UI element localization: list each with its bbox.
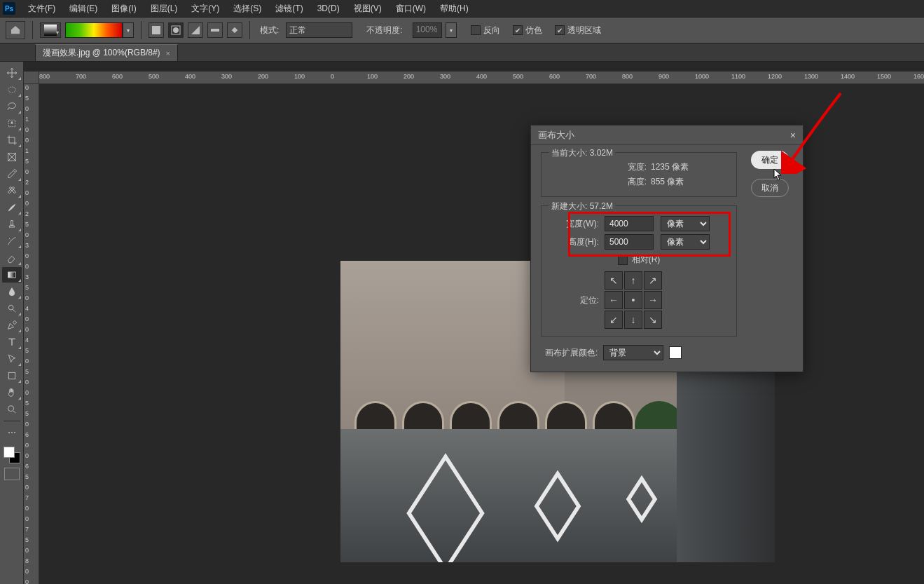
dialog-close-icon[interactable]: × <box>790 130 796 141</box>
width-unit-select[interactable]: 像素 <box>661 216 710 231</box>
options-bar: ▾ ▾ 模式: 正常 不透明度: 100% ▾ 反向 仿色 透明区域 <box>0 17 924 43</box>
height-input[interactable] <box>605 234 654 250</box>
mode-label: 模式: <box>260 25 279 36</box>
opacity-label: 不透明度: <box>366 25 402 36</box>
healing-tool[interactable] <box>2 183 22 198</box>
edit-toolbar-icon[interactable]: ⋯ <box>2 425 22 440</box>
svg-point-13 <box>8 406 13 412</box>
cur-width-value: 1235 像素 <box>651 161 728 173</box>
anchor-ne[interactable]: ↗ <box>644 271 662 290</box>
cancel-button[interactable]: 取消 <box>751 179 789 197</box>
quick-select-tool[interactable] <box>2 116 22 131</box>
dither-checkbox[interactable]: 仿色 <box>513 25 542 36</box>
current-size-label: 当前大小: <box>551 148 587 158</box>
marquee-tool[interactable] <box>2 82 22 97</box>
hand-tool[interactable] <box>2 385 22 400</box>
menu-edit[interactable]: 编辑(E) <box>62 1 104 17</box>
opacity-dropdown[interactable]: ▾ <box>446 22 457 38</box>
tools-panel: ⋯ <box>0 62 24 584</box>
anchor-n[interactable]: ↑ <box>624 271 642 290</box>
svg-rect-12 <box>8 372 15 379</box>
lasso-tool[interactable] <box>2 99 22 114</box>
height-field-label: 高度(H): <box>550 236 599 248</box>
svg-rect-3 <box>211 29 219 32</box>
document-tab[interactable]: 漫画效果.jpg @ 100%(RGB/8#) × <box>35 44 178 61</box>
width-input[interactable] <box>605 216 654 231</box>
anchor-sw[interactable]: ↙ <box>605 311 623 329</box>
menu-file[interactable]: 文件(F) <box>21 1 62 17</box>
anchor-se[interactable]: ↘ <box>644 311 662 329</box>
crop-tool[interactable] <box>2 133 22 148</box>
menu-window[interactable]: 窗口(W) <box>389 1 433 17</box>
quick-mask-button[interactable] <box>4 468 20 480</box>
blur-tool[interactable] <box>2 284 22 299</box>
menu-filter[interactable]: 滤镜(T) <box>268 1 310 17</box>
anchor-c[interactable]: • <box>624 291 642 309</box>
extension-color-select[interactable]: 背景 <box>603 345 663 360</box>
stamp-tool[interactable] <box>2 217 22 232</box>
type-tool[interactable] <box>2 334 22 350</box>
menu-view[interactable]: 视图(V) <box>347 1 389 17</box>
gradient-diamond-icon[interactable] <box>227 22 242 38</box>
canvas-size-dialog: 画布大小 × 确定 取消 当前大小: 3.02M 宽度:1235 像素 高度:8… <box>530 125 804 372</box>
svg-point-2 <box>173 27 179 33</box>
ok-button[interactable]: 确定 <box>751 151 789 169</box>
gradient-tool[interactable] <box>2 267 22 283</box>
gradient-presets-button[interactable]: ▾ <box>40 22 61 38</box>
move-tool[interactable] <box>2 65 22 81</box>
opacity-field[interactable]: 100% <box>413 22 442 38</box>
menu-3d[interactable]: 3D(D) <box>310 1 347 15</box>
reverse-label: 反向 <box>483 25 500 36</box>
cur-height-value: 855 像素 <box>651 176 728 188</box>
menu-layer[interactable]: 图层(L) <box>144 1 185 17</box>
relative-checkbox[interactable] <box>618 255 628 265</box>
gradient-radial-icon[interactable] <box>168 22 184 38</box>
gradient-angle-icon[interactable] <box>188 22 203 38</box>
gradient-dropdown-button[interactable]: ▾ <box>123 22 134 38</box>
gradient-preview[interactable] <box>65 22 123 38</box>
ruler-corner <box>24 72 39 84</box>
shape-tool[interactable] <box>2 368 22 383</box>
foreground-background-colors[interactable] <box>2 445 22 465</box>
horizontal-ruler: 8007006005004003002001000100200300400500… <box>39 72 924 84</box>
current-size-value: 3.02M <box>590 148 613 158</box>
new-size-value: 57.2M <box>590 201 613 211</box>
transparency-checkbox[interactable]: 透明区域 <box>555 25 601 36</box>
svg-rect-0 <box>152 26 160 34</box>
height-unit-select[interactable]: 像素 <box>661 234 710 250</box>
home-button[interactable] <box>6 21 25 39</box>
eyedropper-tool[interactable] <box>2 166 22 182</box>
dialog-titlebar[interactable]: 画布大小 × <box>531 125 803 145</box>
anchor-nw[interactable]: ↖ <box>605 271 623 290</box>
anchor-w[interactable]: ← <box>605 291 623 309</box>
anchor-grid[interactable]: ↖ ↑ ↗ ← • → ↙ ↓ ↘ <box>605 271 662 329</box>
menu-bar: Ps 文件(F) 编辑(E) 图像(I) 图层(L) 文字(Y) 选择(S) 滤… <box>0 0 924 17</box>
dodge-tool[interactable] <box>2 301 22 316</box>
zoom-tool[interactable] <box>2 402 22 417</box>
ps-logo-icon: Ps <box>3 2 15 15</box>
document-tab-title: 漫画效果.jpg @ 100%(RGB/8#) <box>43 47 160 59</box>
transparency-label: 透明区域 <box>567 25 601 36</box>
gradient-reflected-icon[interactable] <box>207 22 223 38</box>
mode-select[interactable]: 正常 <box>286 22 352 38</box>
reverse-checkbox[interactable]: 反向 <box>471 25 500 36</box>
frame-tool[interactable] <box>2 149 22 165</box>
menu-select[interactable]: 选择(S) <box>226 1 268 17</box>
menu-help[interactable]: 帮助(H) <box>433 1 476 17</box>
pen-tool[interactable] <box>2 318 22 333</box>
history-brush-tool[interactable] <box>2 233 22 249</box>
extension-color-swatch[interactable] <box>669 346 682 359</box>
brush-tool[interactable] <box>2 200 22 215</box>
eraser-tool[interactable] <box>2 250 22 266</box>
close-tab-icon[interactable]: × <box>166 49 170 57</box>
anchor-s[interactable]: ↓ <box>624 311 642 329</box>
svg-rect-10 <box>8 272 15 278</box>
new-size-label: 新建大小: <box>551 201 587 211</box>
menu-type[interactable]: 文字(Y) <box>184 1 226 17</box>
path-select-tool[interactable] <box>2 351 22 367</box>
menu-image[interactable]: 图像(I) <box>104 1 143 17</box>
anchor-e[interactable]: → <box>644 291 662 309</box>
gradient-linear-icon[interactable] <box>149 22 164 38</box>
extension-color-label: 画布扩展颜色: <box>545 347 598 359</box>
cur-height-label: 高度: <box>605 176 647 188</box>
